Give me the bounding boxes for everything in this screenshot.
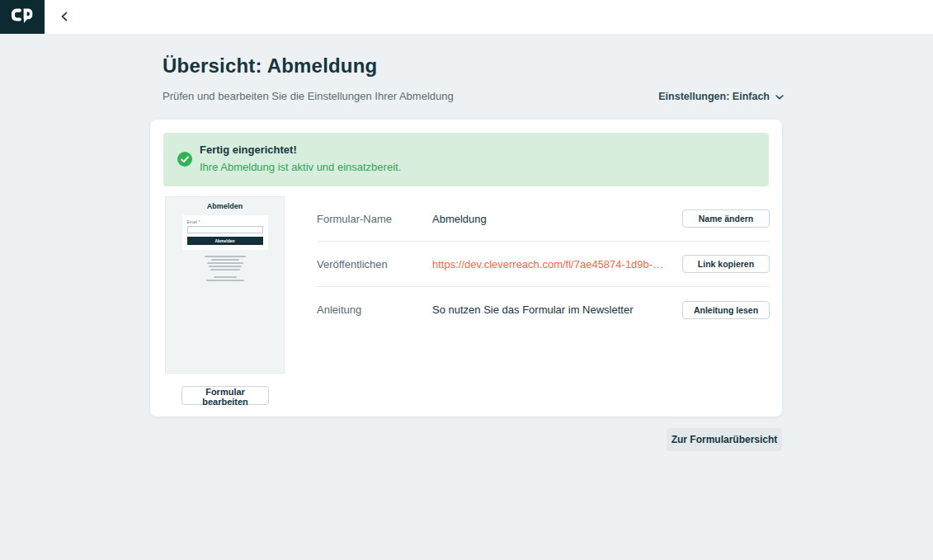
row-label: Anleitung (317, 304, 432, 316)
row-label: Formular-Name (317, 213, 432, 225)
form-preview-thumbnail: Abmelden Email * Abmelden (165, 196, 285, 374)
check-circle-icon (177, 152, 192, 167)
preview-email-label: Email * (187, 219, 263, 224)
success-banner: Fertig eingerichtet! Ihre Abmeldung ist … (163, 133, 769, 186)
cleverreach-logo[interactable] (0, 0, 45, 34)
top-bar (0, 0, 933, 34)
preview-form-title: Abmelden (166, 202, 284, 210)
row-label: Veröffentlichen (317, 258, 432, 271)
cleverreach-logo-icon (10, 7, 35, 28)
rename-button[interactable]: Name ändern (682, 209, 770, 228)
success-banner-title: Fertig eingerichtet! (200, 144, 297, 156)
app-window: Übersicht: Abmeldung Prüfen und bearbeit… (0, 0, 933, 560)
form-url-link[interactable]: https://dev.cleverreach.com/fl/7ae45874-… (432, 258, 672, 271)
settings-mode-dropdown[interactable]: Einstellungen: Einfach (658, 89, 784, 104)
preview-submit-button: Abmelden (187, 237, 263, 245)
chevron-left-icon (60, 11, 68, 25)
settings-mode-label: Einstellungen: Einfach (658, 91, 770, 102)
page-subtitle: Prüfen und bearbeiten Sie die Einstellun… (163, 90, 454, 102)
edit-form-button[interactable]: Formular bearbeiten (181, 386, 269, 405)
read-instructions-button[interactable]: Anleitung lesen (682, 301, 770, 319)
page-title: Übersicht: Abmeldung (163, 54, 377, 78)
preview-email-input (187, 226, 263, 233)
form-name-value: Abmeldung (432, 213, 672, 225)
row-instructions: Anleitung So nutzen Sie das Formular im … (317, 287, 770, 332)
copy-link-button[interactable]: Link kopieren (682, 255, 770, 273)
preview-footer-lines (166, 256, 284, 281)
row-form-name: Formular-Name Abmeldung Name ändern (317, 196, 770, 242)
overview-card: Fertig eingerichtet! Ihre Abmeldung ist … (150, 120, 782, 416)
form-overview-button[interactable]: Zur Formularübersicht (667, 428, 782, 451)
preview-form-card: Email * Abmelden (182, 215, 268, 250)
back-button[interactable] (54, 7, 75, 28)
chevron-down-icon (775, 91, 784, 102)
details-list: Formular-Name Abmeldung Name ändern Verö… (317, 196, 770, 332)
row-publish: Veröffentlichen https://dev.cleverreach.… (317, 242, 770, 287)
instructions-value: So nutzen Sie das Formular im Newsletter (432, 304, 672, 316)
success-banner-message: Ihre Abmeldung ist aktiv und einsatzbere… (200, 161, 401, 173)
